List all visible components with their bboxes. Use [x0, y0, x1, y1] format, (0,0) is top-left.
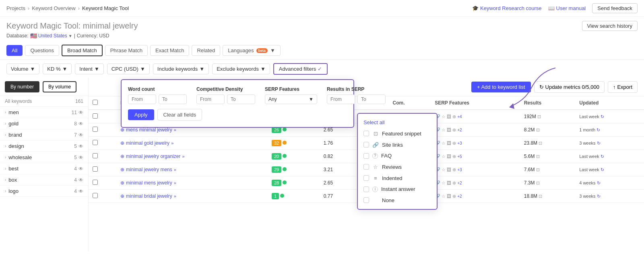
tab-languages[interactable]: Languages beta ▼ [223, 45, 281, 56]
serp-item-instant[interactable]: i Instant answer [358, 184, 437, 195]
serp-item-sitelinks[interactable]: 🔗 Site links [358, 139, 437, 150]
row-checkbox-1[interactable] [93, 127, 98, 132]
chevron-design: › [5, 144, 6, 148]
row-checkbox-4[interactable] [93, 166, 98, 172]
row-checkbox-5[interactable] [93, 180, 98, 185]
serp-item-indented[interactable]: ≡ Indented [358, 172, 437, 184]
eye-icon-wholesale: 👁 [78, 155, 83, 160]
row-checkbox-0[interactable] [93, 113, 98, 119]
book-icon: 📖 [548, 5, 555, 11]
kd-filter[interactable]: KD % ▼ [43, 63, 72, 74]
serp-any-select[interactable]: Any ▼ [265, 94, 317, 104]
page-title-static: Keyword Magic Tool: [6, 21, 80, 30]
refresh-icon-1[interactable]: ↻ [597, 127, 600, 133]
add-keyword-button[interactable]: + Add to keyword list [471, 82, 531, 92]
comp-density-to[interactable] [227, 94, 255, 104]
database-link[interactable]: 🇺🇸 United States ▼ [30, 33, 72, 39]
keyword-link-1[interactable]: mens minimal jewelry [126, 127, 172, 133]
keyword-link-4[interactable]: minimal jewelry mens [126, 167, 172, 172]
page-subtitle: Database: 🇺🇸 United States ▼ | Currency:… [6, 33, 638, 39]
apply-button[interactable]: Apply [128, 109, 154, 120]
refresh-icon-4[interactable]: ↻ [601, 167, 604, 172]
sidebar-item-box[interactable]: › box 4 👁 [0, 174, 88, 186]
tab-all[interactable]: All [6, 45, 23, 56]
comp-density-from[interactable] [196, 94, 225, 104]
exclude-filter[interactable]: Exclude keywords ▼ [212, 63, 270, 74]
results-from[interactable] [327, 94, 355, 104]
sidebar-item-brand[interactable]: › brand 7 👁 [0, 129, 88, 141]
export-button[interactable]: ↑ Export [608, 81, 638, 93]
exclude-label: Exclude keywords [217, 66, 259, 72]
cpc-filter[interactable]: CPC (USD) ▼ [107, 63, 150, 74]
serp-star-icon: ☆ [442, 114, 446, 119]
chevron-wholesale: › [5, 155, 6, 160]
user-manual-link[interactable]: 📖 User manual [548, 5, 586, 11]
none-icon [372, 197, 379, 203]
tab-questions[interactable]: Questions [25, 45, 59, 56]
serp-select-all[interactable]: Select all [358, 117, 437, 128]
serp-label-indented: Indented [382, 175, 402, 181]
tab-exact-match[interactable]: Exact Match [150, 45, 190, 56]
gold-label: gold [8, 121, 19, 127]
all-keywords-count: 161 [75, 98, 83, 104]
tab-related[interactable]: Related [192, 45, 220, 56]
keyword-link-3[interactable]: minimal jewelry organizer [126, 154, 180, 159]
row-checkbox-2[interactable] [93, 140, 98, 145]
sidebar-item-best[interactable]: › best 4 👁 [0, 163, 88, 174]
serp-item-faq[interactable]: ? FAQ [358, 150, 437, 161]
keyword-link-5[interactable]: minimal mens jewelry [126, 180, 172, 186]
kd-dot-4 [283, 167, 287, 171]
results-col: Results in SERP [327, 86, 386, 104]
research-course-link[interactable]: 🎓 Keyword Research course [472, 5, 541, 11]
volume-filter[interactable]: Volume ▼ [6, 63, 39, 74]
update-metrics-button[interactable]: ↻ Update metrics 0/5,000 [534, 81, 605, 93]
refresh-icon-0[interactable]: ↻ [601, 114, 604, 119]
serp-badge-2: +3 [457, 141, 462, 145]
send-feedback-button[interactable]: Send feedback [592, 3, 638, 13]
serp-icons-6: 🔗 ☆ 🖼 ⊕ +2 [435, 194, 516, 199]
export-icon: ↑ [613, 84, 616, 90]
keyword-link-2[interactable]: minimal gold jewelry [126, 140, 169, 146]
serp-badge-6: +2 [457, 194, 462, 199]
serp-clock-icon: ⊕ [452, 180, 456, 186]
by-number-button[interactable]: By number [5, 81, 39, 92]
top-nav: Projects › Keyword Overview › Keyword Ma… [0, 0, 644, 17]
tab-broad-match[interactable]: Broad Match [62, 45, 103, 56]
word-count-to[interactable] [159, 94, 187, 104]
refresh-icon-2[interactable]: ↻ [597, 141, 601, 146]
select-all-checkbox[interactable] [93, 100, 98, 105]
include-label: Include keywords [157, 66, 198, 72]
breadcrumb-keyword-overview[interactable]: Keyword Overview [32, 5, 75, 11]
view-search-history-button[interactable]: View search history [582, 21, 638, 31]
serp-icons-1: 🔗 ☆ 🖼 ⊕ +2 [435, 127, 516, 133]
results-cell-3: 5.6M ⊡ [520, 150, 576, 163]
serp-label-sitelinks: Site links [382, 142, 403, 148]
breadcrumb-projects[interactable]: Projects [6, 5, 25, 11]
row-checkbox-6[interactable] [93, 193, 98, 198]
sidebar-item-logo[interactable]: › logo 4 👁 [0, 186, 88, 197]
clear-fields-button[interactable]: Clear all fields [157, 109, 202, 121]
advanced-filters-button[interactable]: Advanced filters ✓ [273, 63, 328, 75]
word-count-from[interactable] [128, 94, 156, 104]
sidebar-item-wholesale[interactable]: › wholesale 5 👁 [0, 152, 88, 163]
tab-phrase-match[interactable]: Phrase Match [105, 45, 148, 56]
serp-checkbox-indented [363, 175, 369, 181]
kd-dot-5 [283, 180, 287, 184]
include-filter[interactable]: Include keywords ▼ [153, 63, 209, 74]
serp-item-none[interactable]: None [358, 195, 437, 206]
sidebar-item-men[interactable]: › men 11 👁 [0, 107, 88, 118]
refresh-icon-6[interactable]: ↻ [597, 194, 601, 199]
sidebar-item-gold[interactable]: › gold 8 👁 [0, 118, 88, 129]
intent-filter[interactable]: Intent ▼ [75, 63, 103, 74]
sidebar-item-design[interactable]: › design 5 👁 [0, 141, 88, 152]
by-volume-button[interactable]: By volume [43, 81, 76, 92]
row-checkbox-3[interactable] [93, 153, 98, 158]
keyword-link-6[interactable]: minimal bridal jewelry [126, 193, 172, 199]
refresh-icon-5[interactable]: ↻ [597, 180, 601, 186]
serp-item-featured[interactable]: ⊡ Featured snippet [358, 128, 437, 139]
serp-item-reviews[interactable]: ☆ Reviews [358, 161, 437, 172]
results-to[interactable] [357, 94, 386, 104]
advanced-label: Advanced filters [279, 66, 316, 72]
serp-checkbox-sitelinks [363, 142, 369, 147]
refresh-icon-3[interactable]: ↻ [601, 154, 604, 159]
